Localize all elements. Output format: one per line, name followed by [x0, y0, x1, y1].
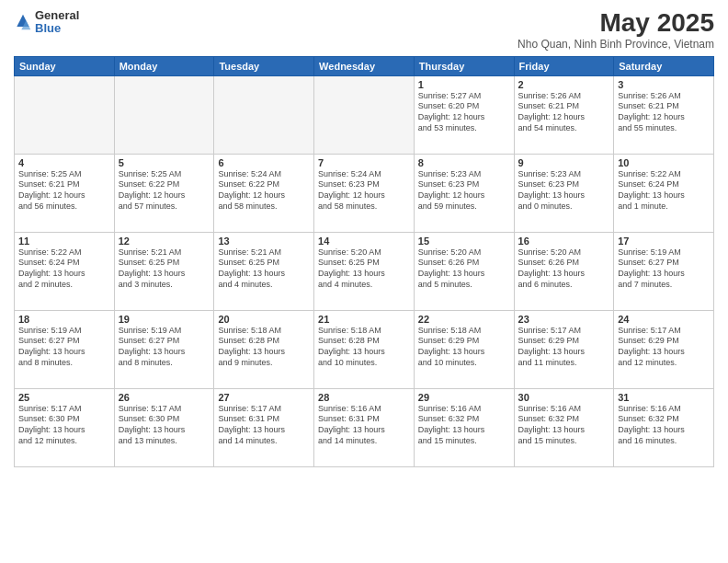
calendar-cell: [214, 75, 314, 154]
weekday-header-thursday: Thursday: [414, 56, 514, 75]
day-info: Sunrise: 5:17 AMSunset: 6:29 PMDaylight:…: [518, 326, 610, 369]
calendar-cell: 8Sunrise: 5:23 AMSunset: 6:23 PMDaylight…: [414, 154, 514, 232]
day-number: 24: [618, 314, 710, 325]
day-info: Sunrise: 5:25 AMSunset: 6:21 PMDaylight:…: [18, 169, 110, 213]
day-info: Sunrise: 5:24 AMSunset: 6:23 PMDaylight:…: [318, 169, 410, 213]
day-number: 26: [119, 392, 210, 403]
day-info: Sunrise: 5:16 AMSunset: 6:31 PMDaylight:…: [318, 404, 410, 447]
calendar-cell: 29Sunrise: 5:16 AMSunset: 6:32 PMDayligh…: [414, 388, 514, 466]
day-info: Sunrise: 5:27 AMSunset: 6:20 PMDaylight:…: [418, 91, 510, 134]
day-number: 7: [318, 157, 410, 168]
calendar-table: SundayMondayTuesdayWednesdayThursdayFrid…: [14, 56, 714, 467]
day-number: 22: [418, 314, 510, 325]
calendar-cell: [114, 75, 214, 154]
day-number: 12: [119, 236, 210, 247]
day-number: 1: [418, 79, 510, 90]
day-number: 18: [18, 314, 110, 325]
weekday-header-sunday: Sunday: [15, 56, 115, 75]
day-info: Sunrise: 5:17 AMSunset: 6:30 PMDaylight:…: [119, 404, 210, 447]
calendar-cell: 5Sunrise: 5:25 AMSunset: 6:22 PMDaylight…: [114, 154, 214, 232]
logo-icon: [14, 13, 32, 31]
day-number: 13: [218, 236, 310, 247]
calendar-week-row: 11Sunrise: 5:22 AMSunset: 6:24 PMDayligh…: [15, 232, 714, 310]
calendar-cell: 13Sunrise: 5:21 AMSunset: 6:25 PMDayligh…: [214, 232, 314, 310]
day-number: 14: [318, 236, 410, 247]
month-title: May 2025: [518, 9, 714, 38]
calendar-cell: [15, 75, 115, 154]
day-number: 21: [318, 314, 410, 325]
day-info: Sunrise: 5:21 AMSunset: 6:25 PMDaylight:…: [119, 247, 210, 291]
day-number: 11: [18, 236, 110, 247]
day-number: 29: [418, 392, 510, 403]
day-info: Sunrise: 5:21 AMSunset: 6:25 PMDaylight:…: [218, 247, 310, 291]
calendar-cell: [314, 75, 415, 154]
day-info: Sunrise: 5:22 AMSunset: 6:24 PMDaylight:…: [18, 247, 110, 291]
day-number: 25: [18, 392, 110, 403]
page: General Blue May 2025 Nho Quan, Ninh Bin…: [0, 0, 728, 563]
calendar-cell: 11Sunrise: 5:22 AMSunset: 6:24 PMDayligh…: [15, 232, 115, 310]
location-subtitle: Nho Quan, Ninh Binh Province, Vietnam: [518, 38, 714, 51]
logo-blue: Blue: [35, 22, 79, 35]
day-info: Sunrise: 5:26 AMSunset: 6:21 PMDaylight:…: [518, 91, 610, 134]
day-info: Sunrise: 5:19 AMSunset: 6:27 PMDaylight:…: [618, 247, 710, 291]
day-info: Sunrise: 5:16 AMSunset: 6:32 PMDaylight:…: [618, 404, 710, 447]
calendar-cell: 27Sunrise: 5:17 AMSunset: 6:31 PMDayligh…: [214, 388, 314, 466]
calendar-cell: 2Sunrise: 5:26 AMSunset: 6:21 PMDaylight…: [514, 75, 614, 154]
calendar-cell: 31Sunrise: 5:16 AMSunset: 6:32 PMDayligh…: [614, 388, 714, 466]
day-number: 8: [418, 157, 510, 168]
day-info: Sunrise: 5:17 AMSunset: 6:29 PMDaylight:…: [618, 326, 710, 369]
calendar-cell: 25Sunrise: 5:17 AMSunset: 6:30 PMDayligh…: [15, 388, 115, 466]
calendar-cell: 30Sunrise: 5:16 AMSunset: 6:32 PMDayligh…: [514, 388, 614, 466]
day-info: Sunrise: 5:23 AMSunset: 6:23 PMDaylight:…: [518, 169, 610, 213]
calendar-cell: 16Sunrise: 5:20 AMSunset: 6:26 PMDayligh…: [514, 232, 614, 310]
weekday-header-saturday: Saturday: [614, 56, 714, 75]
calendar-cell: 10Sunrise: 5:22 AMSunset: 6:24 PMDayligh…: [614, 154, 714, 232]
day-info: Sunrise: 5:18 AMSunset: 6:28 PMDaylight:…: [218, 326, 310, 369]
day-number: 23: [518, 314, 610, 325]
day-number: 31: [618, 392, 710, 403]
calendar-cell: 22Sunrise: 5:18 AMSunset: 6:29 PMDayligh…: [414, 310, 514, 388]
calendar-cell: 19Sunrise: 5:19 AMSunset: 6:27 PMDayligh…: [114, 310, 214, 388]
weekday-header-tuesday: Tuesday: [214, 56, 314, 75]
logo-text: General Blue: [35, 9, 79, 36]
calendar-cell: 9Sunrise: 5:23 AMSunset: 6:23 PMDaylight…: [514, 154, 614, 232]
day-number: 30: [518, 392, 610, 403]
day-number: 28: [318, 392, 410, 403]
day-info: Sunrise: 5:20 AMSunset: 6:25 PMDaylight:…: [318, 247, 410, 291]
calendar-cell: 1Sunrise: 5:27 AMSunset: 6:20 PMDaylight…: [414, 75, 514, 154]
day-info: Sunrise: 5:19 AMSunset: 6:27 PMDaylight:…: [119, 326, 210, 369]
calendar-week-row: 25Sunrise: 5:17 AMSunset: 6:30 PMDayligh…: [15, 388, 714, 466]
calendar-cell: 26Sunrise: 5:17 AMSunset: 6:30 PMDayligh…: [114, 388, 214, 466]
calendar-cell: 23Sunrise: 5:17 AMSunset: 6:29 PMDayligh…: [514, 310, 614, 388]
calendar-cell: 18Sunrise: 5:19 AMSunset: 6:27 PMDayligh…: [15, 310, 115, 388]
day-info: Sunrise: 5:23 AMSunset: 6:23 PMDaylight:…: [418, 169, 510, 213]
calendar-cell: 7Sunrise: 5:24 AMSunset: 6:23 PMDaylight…: [314, 154, 415, 232]
calendar-cell: 21Sunrise: 5:18 AMSunset: 6:28 PMDayligh…: [314, 310, 415, 388]
calendar-cell: 3Sunrise: 5:26 AMSunset: 6:21 PMDaylight…: [614, 75, 714, 154]
day-info: Sunrise: 5:18 AMSunset: 6:28 PMDaylight:…: [318, 326, 410, 369]
day-number: 4: [18, 157, 110, 168]
day-number: 9: [518, 157, 610, 168]
day-info: Sunrise: 5:16 AMSunset: 6:32 PMDaylight:…: [418, 404, 510, 447]
day-info: Sunrise: 5:17 AMSunset: 6:31 PMDaylight:…: [218, 404, 310, 447]
day-info: Sunrise: 5:26 AMSunset: 6:21 PMDaylight:…: [618, 91, 710, 134]
day-info: Sunrise: 5:16 AMSunset: 6:32 PMDaylight:…: [518, 404, 610, 447]
header: General Blue May 2025 Nho Quan, Ninh Bin…: [14, 9, 714, 51]
day-number: 6: [218, 157, 310, 168]
calendar-cell: 17Sunrise: 5:19 AMSunset: 6:27 PMDayligh…: [614, 232, 714, 310]
day-info: Sunrise: 5:25 AMSunset: 6:22 PMDaylight:…: [119, 169, 210, 213]
weekday-header-friday: Friday: [514, 56, 614, 75]
logo-general: General: [35, 9, 79, 22]
day-number: 15: [418, 236, 510, 247]
calendar-cell: 28Sunrise: 5:16 AMSunset: 6:31 PMDayligh…: [314, 388, 415, 466]
day-number: 17: [618, 236, 710, 247]
calendar-week-row: 18Sunrise: 5:19 AMSunset: 6:27 PMDayligh…: [15, 310, 714, 388]
day-info: Sunrise: 5:19 AMSunset: 6:27 PMDaylight:…: [18, 326, 110, 369]
calendar-cell: 24Sunrise: 5:17 AMSunset: 6:29 PMDayligh…: [614, 310, 714, 388]
calendar-header-row: SundayMondayTuesdayWednesdayThursdayFrid…: [15, 56, 714, 75]
day-number: 10: [618, 157, 710, 168]
day-number: 27: [218, 392, 310, 403]
day-number: 16: [518, 236, 610, 247]
calendar-cell: 12Sunrise: 5:21 AMSunset: 6:25 PMDayligh…: [114, 232, 214, 310]
day-number: 20: [218, 314, 310, 325]
